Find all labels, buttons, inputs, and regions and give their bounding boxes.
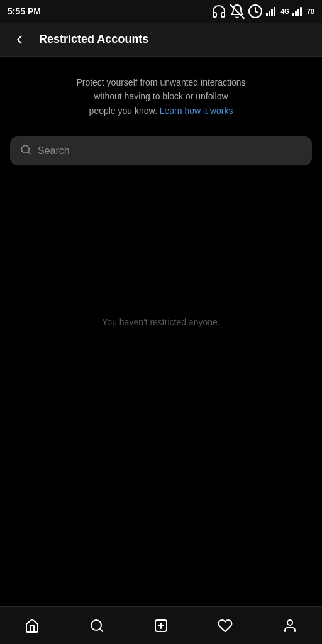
svg-rect-2 — [266, 13, 268, 16]
nav-home-button[interactable] — [0, 607, 64, 644]
search-icon — [20, 144, 31, 158]
header: Restricted Accounts — [0, 23, 322, 57]
learn-how-link[interactable]: Learn how it works — [160, 106, 233, 116]
clock-icon — [248, 4, 263, 19]
svg-rect-5 — [274, 7, 275, 16]
svg-point-17 — [287, 620, 292, 625]
description-text: Protect yourself from unwanted interacti… — [10, 75, 312, 118]
svg-rect-7 — [295, 11, 297, 16]
home-icon — [25, 618, 40, 633]
bell-icon — [230, 4, 245, 19]
svg-rect-4 — [271, 9, 273, 16]
status-icons: 4G 70 — [211, 4, 314, 19]
svg-line-11 — [28, 152, 30, 154]
empty-state-message: You haven't restricted anyone. — [102, 317, 219, 327]
status-time: 5:55 PM — [8, 6, 41, 16]
search-bar — [10, 136, 312, 165]
svg-rect-6 — [292, 13, 294, 16]
nav-likes-button[interactable] — [193, 607, 257, 644]
signal-icon-2 — [292, 6, 304, 16]
svg-rect-3 — [269, 11, 270, 16]
back-button[interactable] — [10, 30, 29, 49]
svg-rect-8 — [297, 9, 299, 16]
status-bar: 5:55 PM 4G — [0, 0, 322, 23]
bottom-nav — [0, 606, 322, 644]
nav-search-button[interactable] — [64, 607, 128, 644]
svg-line-13 — [99, 628, 102, 631]
profile-icon — [282, 618, 297, 633]
signal-icon — [266, 6, 277, 16]
nav-add-button[interactable] — [129, 607, 193, 644]
nav-search-icon — [89, 618, 104, 633]
svg-rect-9 — [300, 7, 302, 16]
nav-profile-button[interactable] — [258, 607, 322, 644]
svg-line-0 — [230, 4, 244, 18]
page-title: Restricted Accounts — [39, 33, 148, 46]
battery-indicator: 70 — [307, 8, 314, 15]
network-label: 4G — [280, 8, 289, 15]
search-input[interactable] — [38, 145, 302, 157]
headphone-icon — [211, 4, 226, 19]
main-content: Protect yourself from unwanted interacti… — [0, 57, 322, 165]
back-arrow-icon — [13, 33, 26, 47]
heart-icon — [218, 618, 233, 633]
add-icon — [153, 618, 169, 633]
